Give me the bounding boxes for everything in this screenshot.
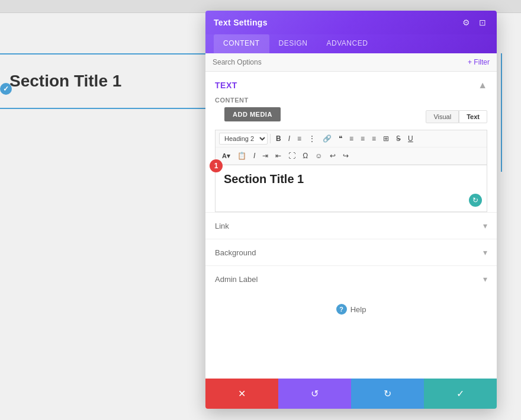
editor-content-area[interactable]: 1 Section Title 1 ↻ [215, 165, 487, 212]
text-section-label: Text [215, 81, 237, 90]
link-button[interactable]: 🔗 [320, 133, 335, 145]
modal-tabs: Content Design Advanced [205, 34, 497, 53]
unordered-list-button[interactable]: ≡ [294, 133, 304, 145]
admin-label-chevron-icon: ▾ [483, 274, 487, 284]
admin-label-section-label: Admin Label [215, 275, 258, 284]
tab-design[interactable]: Design [269, 34, 317, 53]
save-icon: ✓ [456, 388, 464, 399]
add-media-button[interactable]: ADD MEDIA [224, 107, 281, 121]
help-text[interactable]: Help [350, 305, 366, 314]
table-button[interactable]: ⊞ [380, 133, 392, 145]
toolbar-row-1: Heading 2 Heading 1 Heading 3 Paragraph … [216, 130, 487, 148]
toolbar-row-2: A▾ 📋 I ⇥ ⇤ ⛶ Ω ☺ ↩ ↪ [216, 148, 487, 165]
settings-icon[interactable]: ⚙ [460, 17, 472, 28]
italic-button[interactable]: I [285, 133, 293, 145]
bold-button[interactable]: B [273, 133, 284, 145]
link-section-label: Link [215, 222, 229, 230]
editor-toolbar: Heading 2 Heading 1 Heading 3 Paragraph … [215, 130, 487, 165]
cancel-button[interactable]: ✕ [205, 379, 278, 409]
link-section[interactable]: Link ▾ [205, 212, 497, 239]
underline-button[interactable]: U [405, 133, 416, 145]
background-section[interactable]: Background ▾ [205, 239, 497, 265]
redo-toolbar-button[interactable]: ↪ [340, 150, 352, 162]
background-section-label: Background [215, 248, 256, 257]
help-section: ? Help [205, 292, 497, 326]
fullscreen-button[interactable]: ⛶ [285, 150, 298, 162]
save-button[interactable]: ✓ [424, 379, 497, 409]
ordered-list-button[interactable]: ⋮ [305, 133, 319, 145]
step-badge: 1 [210, 159, 223, 172]
emoji-button[interactable]: ☺ [312, 150, 325, 162]
undo-icon: ↺ [311, 388, 319, 399]
admin-label-section[interactable]: Admin Label ▾ [205, 265, 497, 292]
section-title-text: Section Title 1 [9, 72, 121, 91]
help-icon[interactable]: ? [336, 304, 347, 315]
tab-content[interactable]: Content [214, 34, 269, 53]
modal-header: Text Settings ⚙ ⊡ [205, 11, 497, 34]
modal-body: Text ▲ Content ADD MEDIA Visual Text Hea… [205, 72, 497, 379]
text-settings-modal: Text Settings ⚙ ⊡ Content Design Advance… [205, 11, 497, 409]
right-vertical-line [501, 53, 502, 172]
redo-icon: ↻ [384, 388, 391, 399]
tab-advanced[interactable]: Advanced [317, 34, 378, 53]
blockquote-button[interactable]: ❝ [336, 133, 345, 145]
selection-dot: ✓ [0, 83, 12, 95]
link-chevron-icon: ▾ [483, 221, 487, 230]
strikethrough-button[interactable]: S̶ [393, 133, 404, 145]
align-left-button[interactable]: ≡ [346, 133, 356, 145]
editor-heading: Section Title 1 [224, 172, 478, 186]
outdent-button[interactable]: ⇤ [272, 150, 284, 162]
undo-toolbar-button[interactable]: ↩ [327, 150, 339, 162]
modal-footer: ✕ ↺ ↻ ✓ [205, 379, 497, 409]
undo-button[interactable]: ↺ [278, 379, 351, 409]
background-chevron-icon: ▾ [483, 248, 487, 257]
toolbar-separator-1 [270, 134, 271, 143]
indent-button[interactable]: ⇥ [259, 150, 271, 162]
modal-header-icons: ⚙ ⊡ [460, 17, 488, 28]
special-char-button[interactable]: Ω [300, 150, 311, 162]
view-visual-button[interactable]: Visual [426, 110, 459, 123]
view-text-button[interactable]: Text [459, 110, 487, 123]
text-section-toggle[interactable]: ▲ [478, 80, 487, 91]
expand-icon[interactable]: ⊡ [477, 17, 488, 28]
align-right-button[interactable]: ≡ [369, 133, 379, 145]
filter-button[interactable]: + Filter [468, 58, 490, 66]
content-label: Content [205, 97, 497, 107]
redo-button[interactable]: ↻ [351, 379, 424, 409]
paste-button[interactable]: 📋 [234, 150, 249, 162]
heading-select[interactable]: Heading 2 Heading 1 Heading 3 Paragraph [219, 133, 268, 145]
italic2-button[interactable]: I [250, 150, 258, 162]
section-title-area: Section Title 1 [0, 55, 202, 107]
cancel-icon: ✕ [238, 388, 246, 399]
text-section-header: Text ▲ [205, 72, 497, 97]
modal-title: Text Settings [214, 18, 268, 27]
search-bar: + Filter [205, 53, 497, 72]
font-color-button[interactable]: A▾ [219, 150, 233, 162]
refresh-icon[interactable]: ↻ [469, 194, 482, 207]
search-input[interactable] [213, 58, 468, 66]
align-center-button[interactable]: ≡ [358, 133, 368, 145]
